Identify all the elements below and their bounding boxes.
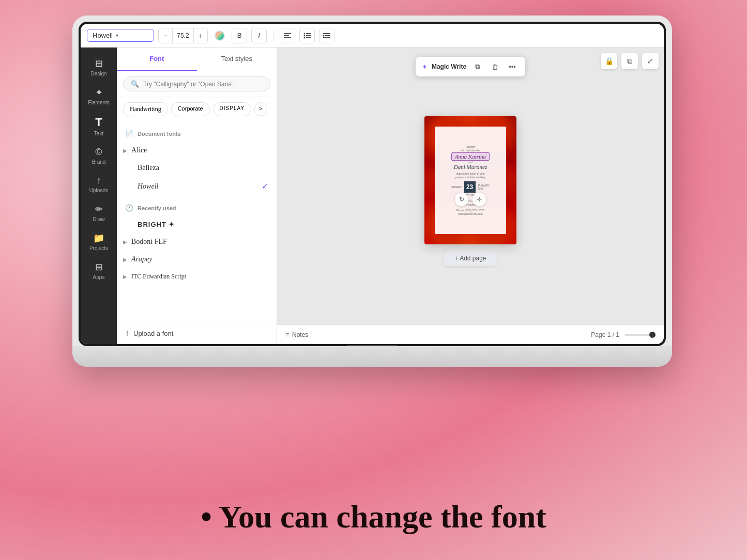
chevron-down-icon: ▾ xyxy=(116,33,118,38)
zoom-slider[interactable] xyxy=(624,334,655,336)
sidebar-item-uploads-label: Uploads xyxy=(89,188,109,193)
section-document-fonts: 📄 Document fonts xyxy=(117,126,277,142)
card-white-center: Togetherwith their families Anna Katrina… xyxy=(435,127,506,234)
sidebar-item-design[interactable]: ⊞ Design xyxy=(83,54,115,81)
card-date-row: SUNDAY 23 JANUARY2036 xyxy=(451,181,490,193)
svg-rect-8 xyxy=(306,37,311,38)
sidebar-item-brand[interactable]: © Brand xyxy=(83,143,115,169)
laptop-bezel: Howell ▾ − + B I xyxy=(79,22,666,346)
card-name1: Anna Katrina xyxy=(451,152,490,161)
card-rotate-button[interactable]: ↻ xyxy=(455,193,468,206)
laptop-base xyxy=(72,346,672,367)
svg-rect-9 xyxy=(323,33,330,34)
font-item-alice[interactable]: ▶ Alice xyxy=(117,142,277,159)
font-name-belleza: Belleza xyxy=(138,164,268,172)
svg-rect-11 xyxy=(323,37,330,38)
font-item-belleza[interactable]: Belleza xyxy=(117,159,277,177)
zoom-thumb xyxy=(649,332,655,338)
sidebar-item-projects[interactable]: 📁 Projects xyxy=(83,228,115,255)
svg-rect-6 xyxy=(306,35,311,36)
list-button[interactable] xyxy=(299,28,315,43)
font-size-minus-button[interactable]: − xyxy=(159,28,172,43)
magic-more-button[interactable]: ••• xyxy=(506,60,519,73)
screen-content: Howell ▾ − + B I xyxy=(81,24,664,344)
sidebar-item-elements[interactable]: ✦ Elements xyxy=(83,83,115,110)
svg-point-5 xyxy=(304,35,306,36)
sidebar-item-brand-label: Brand xyxy=(92,159,106,165)
tab-text-styles[interactable]: Text styles xyxy=(197,48,277,71)
copy-button[interactable]: ⧉ xyxy=(621,53,638,69)
bold-button[interactable]: B xyxy=(232,28,247,43)
card-header-text: Togetherwith their families xyxy=(461,145,480,152)
notes-label: Notes xyxy=(292,331,308,338)
magic-copy-button[interactable]: ⧉ xyxy=(470,60,484,73)
magic-delete-button[interactable]: 🗑 xyxy=(488,60,501,73)
font-name-howell: Howell xyxy=(138,182,262,191)
search-box[interactable]: 🔍 xyxy=(123,76,270,91)
notes-button[interactable]: ≡ Notes xyxy=(285,331,308,338)
document-icon: 📄 xyxy=(125,130,133,137)
font-dropdown[interactable]: Howell ▾ xyxy=(87,29,154,42)
laptop-frame: Howell ▾ − + B I xyxy=(72,15,672,367)
expand-button[interactable]: ⤢ xyxy=(642,53,659,69)
svg-rect-4 xyxy=(306,33,311,34)
chip-corporate[interactable]: Corporate xyxy=(171,102,210,116)
font-size-input[interactable] xyxy=(172,28,194,43)
card-invite-text: request the honor of yourpresence at the… xyxy=(455,172,485,179)
chip-handwriting[interactable]: Handwriting xyxy=(123,102,168,116)
upload-font-button[interactable]: ↑ Upload a font xyxy=(117,322,277,344)
card-action-buttons: ↻ ✛ xyxy=(455,193,486,206)
font-size-plus-button[interactable]: + xyxy=(194,28,207,43)
sidebar-item-apps-label: Apps xyxy=(93,274,105,280)
canvas-status-bar: ≡ Notes Page 1 / 1 xyxy=(277,324,664,344)
sidebar-item-uploads[interactable]: ↑ Uploads xyxy=(83,171,115,197)
font-name-bodoni: Bodoni FLF xyxy=(131,238,268,246)
svg-point-7 xyxy=(304,37,306,38)
clock-icon: 🕐 xyxy=(125,204,133,212)
font-name-alice: Alice xyxy=(131,146,268,154)
align-left-button[interactable] xyxy=(280,28,295,43)
canvas-scroll: ✦ Magic Write ⧉ 🗑 ••• xyxy=(277,48,664,324)
bottom-caption-text: • You can change the font xyxy=(0,499,747,534)
page-label: Page 1 / 1 xyxy=(591,331,619,338)
draw-icon: ✏ xyxy=(95,204,103,215)
section-recent-label: Recently used xyxy=(138,205,176,211)
sidebar-item-text-label: Text xyxy=(94,131,103,136)
canvas-area: 🔒 ⧉ ⤢ ✦ Magic Write ⧉ 🗑 ••• xyxy=(277,48,664,344)
font-list: 📄 Document fonts ▶ Alice Belleza Howell xyxy=(117,121,277,322)
indent-button[interactable] xyxy=(319,28,334,43)
sidebar-item-apps[interactable]: ⊞ Apps xyxy=(83,257,115,284)
card-move-button[interactable]: ✛ xyxy=(472,193,486,206)
sidebar-item-text[interactable]: T Text xyxy=(83,112,115,141)
font-item-bright[interactable]: BRIGHT ✦ xyxy=(117,216,277,233)
svg-marker-12 xyxy=(323,35,325,37)
svg-point-3 xyxy=(304,33,306,34)
font-item-arapey[interactable]: ▶ Arapey xyxy=(117,251,277,268)
main-layout: ⊞ Design ✦ Elements T Text © Brand xyxy=(81,48,664,344)
brand-icon: © xyxy=(95,147,102,158)
search-input[interactable] xyxy=(143,81,263,88)
text-color-button[interactable] xyxy=(212,28,227,43)
apps-icon: ⊞ xyxy=(95,261,103,273)
sidebar-item-draw-label: Draw xyxy=(93,216,104,222)
chip-more[interactable]: > xyxy=(254,102,267,116)
wedding-card[interactable]: Togetherwith their families Anna Katrina… xyxy=(424,116,516,244)
lock-button[interactable]: 🔒 xyxy=(601,53,617,69)
bottom-caption-area: • You can change the font xyxy=(0,499,747,534)
font-item-howell[interactable]: Howell ✓ xyxy=(117,177,277,196)
card-month-year: JANUARY2036 xyxy=(478,184,490,190)
filter-chips: Handwriting Corporate DISPLAY > xyxy=(117,97,277,121)
add-page-button[interactable]: + Add page xyxy=(444,251,496,266)
font-item-itc[interactable]: ▶ ITC Edwardian Script xyxy=(117,268,277,285)
chip-display[interactable]: DISPLAY xyxy=(213,102,252,116)
upload-font-label: Upload a font xyxy=(133,330,173,337)
font-item-bodoni[interactable]: ▶ Bodoni FLF xyxy=(117,233,277,251)
italic-button[interactable]: I xyxy=(251,28,267,43)
sidebar-item-draw[interactable]: ✏ Draw xyxy=(83,199,115,226)
magic-write-bar: ✦ Magic Write ⧉ 🗑 ••• xyxy=(416,57,525,76)
svg-rect-1 xyxy=(284,35,289,36)
toolbar-divider xyxy=(273,29,273,42)
tab-font[interactable]: Font xyxy=(117,48,197,71)
font-panel: Font Text styles 🔍 Handwriting Corporate xyxy=(117,48,277,344)
elements-icon: ✦ xyxy=(95,87,103,98)
